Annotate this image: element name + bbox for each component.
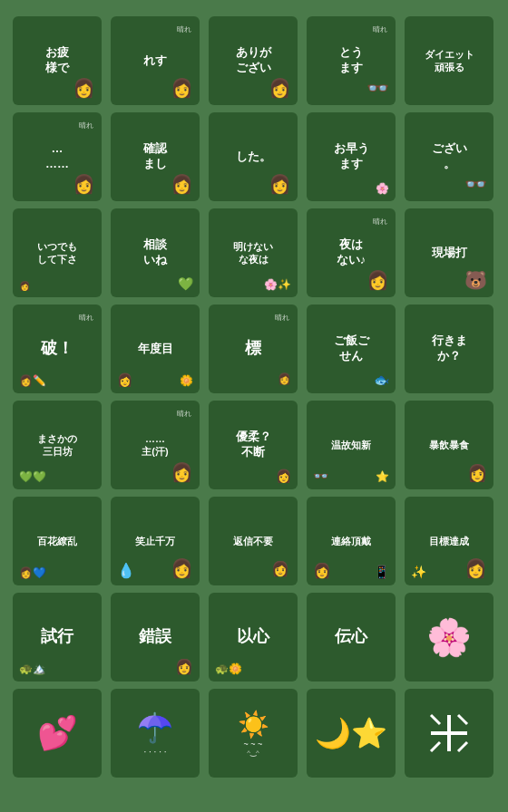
char-icon: 👩 xyxy=(171,77,193,99)
deco-bottom2: 🐢🌼 xyxy=(215,662,242,675)
char-icon: 👩 xyxy=(278,372,291,385)
char-deco: 👩 xyxy=(117,372,132,387)
char-icon: 👩 xyxy=(73,173,95,195)
sticker-28[interactable]: 返信不要 👩 xyxy=(209,497,298,585)
sticker-29[interactable]: 連絡頂戴 👩 📱 xyxy=(307,497,396,585)
char-icon: 👩 xyxy=(464,557,487,579)
sticker-14[interactable]: 晴れ 夜はない♪ 👩 xyxy=(307,208,396,297)
sticker-1[interactable]: お疲様で 👩 xyxy=(13,16,102,105)
sticker-17[interactable]: 年度目 👩 🌼 xyxy=(111,304,200,393)
sticker-35[interactable]: 🌸 xyxy=(405,593,493,682)
deco-hearts: 💚💚 xyxy=(19,470,46,483)
sticker-30[interactable]: 目標達成 ✨ 👩 xyxy=(405,497,493,585)
deco-bottom: 🐢🏔️ xyxy=(19,662,46,675)
sticker-3[interactable]: ありがござい 👩 xyxy=(209,16,298,105)
sticker-18[interactable]: 晴れ 標 👩 xyxy=(209,304,298,393)
rain-dots: · · · · · xyxy=(143,747,166,757)
sticker-38[interactable]: ☀️ ~ ~ ~ ^‿^ xyxy=(209,689,298,778)
sticker-grid: お疲様で 👩 晴れ れす 👩 ありがござい 👩 晴れ とうます 👓 ダイエット頑… xyxy=(5,9,503,785)
flower-deco: 🌸 xyxy=(376,182,389,195)
deco-icon: 🌸✨ xyxy=(264,278,291,291)
sticker-2[interactable]: 晴れ れす 👩 xyxy=(111,16,200,105)
sticker-37[interactable]: ☂️ · · · · · xyxy=(111,689,200,778)
char-icon: 👩 xyxy=(171,173,193,195)
drop-icon: 💧 xyxy=(117,562,135,579)
fish-icon: 🐟 xyxy=(374,372,389,387)
sticker-24[interactable]: 温故知新 👓 ⭐ xyxy=(307,401,396,489)
phone-icon: 📱 xyxy=(374,565,389,579)
sticker-31[interactable]: 試行 🐢🏔️ xyxy=(13,593,102,682)
cross-icon xyxy=(426,710,472,756)
char-small2: 👩 xyxy=(271,560,289,577)
char-icon: 👓 xyxy=(464,173,487,195)
char-hold: 👩 xyxy=(313,562,331,579)
char-small: 👩✏️ xyxy=(19,374,46,387)
sparkle-icon: ✨ xyxy=(411,565,426,579)
sun-icon: ☀️ xyxy=(238,710,269,740)
sticker-11[interactable]: いつでもして下さ 👩 xyxy=(13,208,102,297)
sticker-36[interactable]: 💕 xyxy=(13,689,102,778)
flower-big-icon: 🌸 xyxy=(426,616,472,659)
sticker-27[interactable]: 笑止千万 💧 👩 xyxy=(111,497,200,585)
char-icon4: 👩 xyxy=(175,658,193,675)
char-icon: 👓 xyxy=(366,77,389,99)
sticker-9[interactable]: お早うます 🌸 xyxy=(307,112,396,201)
char-icon: 👩 xyxy=(366,269,389,291)
flower-left: 👩💙 xyxy=(19,566,46,579)
sticker-5[interactable]: ダイエット頑張る xyxy=(405,16,493,105)
umbrella-icon: ☂️ xyxy=(137,710,173,745)
sticker-4[interactable]: 晴れ とうます 👓 xyxy=(307,16,396,105)
heart-deco: 💚 xyxy=(178,276,193,291)
sticker-15[interactable]: 現場打 🐻 xyxy=(405,208,493,297)
sticker-16[interactable]: 晴れ 破！ 👩✏️ xyxy=(13,304,102,393)
svg-line-4 xyxy=(431,742,440,751)
sticker-13[interactable]: 明けないな夜は 🌸✨ xyxy=(209,208,298,297)
sticker-34[interactable]: 伝心 xyxy=(307,593,396,682)
sticker-10[interactable]: ござい。 👓 xyxy=(405,112,493,201)
char-icon2: 👩 xyxy=(276,469,291,483)
char-small: 👩 xyxy=(19,281,30,291)
sticker-32[interactable]: 錯誤 👩 xyxy=(111,593,200,682)
char-icon: 👩 xyxy=(73,77,95,99)
char-icon: 🐻 xyxy=(464,269,487,291)
sticker-26[interactable]: 百花繚乱 👩💙 xyxy=(13,497,102,585)
hearts-icon: 💕 xyxy=(37,714,78,752)
sticker-19[interactable]: ご飯ごせん 🐟 xyxy=(307,304,396,393)
sticker-7[interactable]: 確認まし 👩 xyxy=(111,112,200,201)
sticker-20[interactable]: 行きまか？ xyxy=(405,304,493,393)
sticker-21[interactable]: まさかの三日坊 💚💚 xyxy=(13,401,102,489)
sticker-22[interactable]: 晴れ ……主(汗) 👩 xyxy=(111,401,200,489)
sticker-23[interactable]: 優柔？不断 👩 xyxy=(209,401,298,489)
char-icon: 👩 xyxy=(171,557,193,579)
sticker-6[interactable]: 晴れ ……… 👩 xyxy=(13,112,102,201)
svg-line-5 xyxy=(458,742,467,751)
char-icon3: 👩 xyxy=(467,463,487,483)
svg-line-3 xyxy=(458,715,467,724)
sticker-39[interactable]: 🌙⭐ xyxy=(307,689,396,778)
sticker-12[interactable]: 相談いね 💚 xyxy=(111,208,200,297)
sticker-25[interactable]: 暴飲暴食 👩 xyxy=(405,401,493,489)
deco2: 🌼 xyxy=(180,374,193,387)
sticker-8[interactable]: した。 👩 xyxy=(209,112,298,201)
sun-smile: ^‿^ xyxy=(247,749,259,757)
sun-lines: ~ ~ ~ xyxy=(244,740,263,749)
star-deco: ⭐ xyxy=(376,470,389,483)
char-icon: 👩 xyxy=(171,461,193,483)
char-glasses: 👓 xyxy=(313,469,328,483)
char-icon: 👩 xyxy=(269,77,291,99)
moon-icon: 🌙⭐ xyxy=(315,716,387,750)
svg-line-2 xyxy=(431,715,440,724)
char-icon: 👩 xyxy=(269,173,291,195)
sticker-40[interactable] xyxy=(405,689,493,778)
sticker-33[interactable]: 以心 🐢🌼 xyxy=(209,593,298,682)
